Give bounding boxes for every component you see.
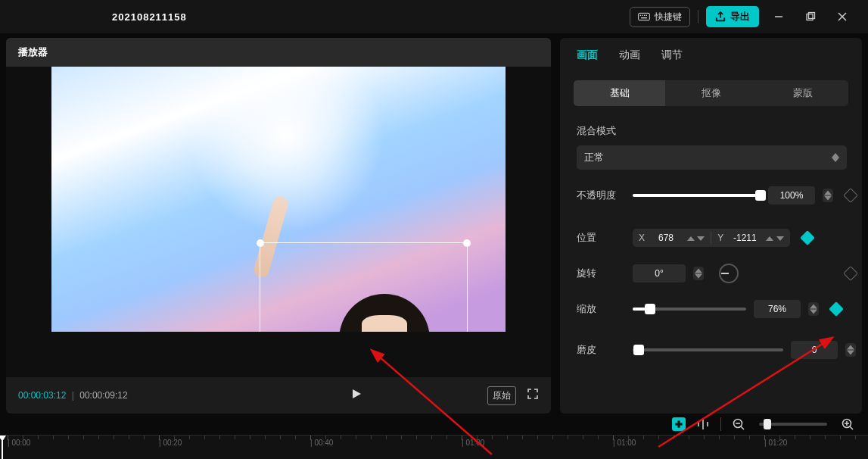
svg-rect-8 bbox=[809, 13, 815, 19]
chevron-updown-icon bbox=[766, 233, 783, 243]
keyboard-icon bbox=[638, 12, 650, 21]
ruler-mark: | 00:20 bbox=[159, 439, 182, 447]
opacity-keyframe[interactable] bbox=[843, 188, 858, 203]
divider bbox=[698, 10, 698, 23]
smooth-slider[interactable] bbox=[633, 348, 783, 351]
opacity-slider[interactable] bbox=[633, 194, 761, 197]
ruler-mark: | 01:00 bbox=[613, 439, 636, 447]
scale-keyframe[interactable] bbox=[829, 301, 844, 317]
rotation-stepper[interactable] bbox=[693, 267, 704, 280]
svg-marker-24 bbox=[847, 345, 854, 350]
divider bbox=[720, 417, 721, 431]
smooth-label: 磨皮 bbox=[577, 343, 625, 357]
position-y-input[interactable]: Y -1211 bbox=[711, 229, 789, 247]
opacity-row: 不透明度 100% bbox=[560, 186, 862, 205]
property-tabs: 画面 动画 调节 bbox=[560, 38, 862, 70]
preview-canvas[interactable] bbox=[51, 67, 506, 332]
zoom-slider[interactable] bbox=[759, 423, 827, 426]
position-x-input[interactable]: X 678 bbox=[633, 229, 711, 247]
aspect-ratio-button[interactable]: 原始 bbox=[487, 386, 516, 405]
chevron-updown-icon bbox=[687, 233, 705, 243]
ruler-mark: | 01:00 bbox=[462, 439, 484, 447]
svg-marker-17 bbox=[697, 236, 705, 241]
blend-value: 正常 bbox=[584, 151, 604, 164]
subtab-keying[interactable]: 抠像 bbox=[665, 80, 757, 106]
export-label: 导出 bbox=[730, 10, 750, 23]
close-button[interactable] bbox=[830, 8, 854, 26]
ruler-mark: | 01:20 bbox=[764, 439, 787, 447]
subtab-basic[interactable]: 基础 bbox=[574, 80, 665, 106]
selection-box[interactable] bbox=[260, 242, 468, 332]
current-time: 00:00:03:12 bbox=[18, 390, 66, 401]
play-button[interactable] bbox=[350, 388, 362, 403]
export-button[interactable]: 导出 bbox=[706, 6, 759, 27]
opacity-value[interactable]: 100% bbox=[768, 186, 815, 205]
svg-line-31 bbox=[741, 426, 744, 429]
project-title: 202108211158 bbox=[112, 11, 187, 23]
svg-marker-19 bbox=[776, 236, 784, 241]
maximize-button[interactable] bbox=[798, 8, 823, 26]
titlebar-right: 快捷键 导出 bbox=[630, 6, 854, 27]
minimize-button[interactable] bbox=[767, 8, 791, 26]
shortcuts-label: 快捷键 bbox=[655, 11, 682, 23]
svg-rect-7 bbox=[807, 14, 813, 20]
split-icon bbox=[696, 417, 710, 431]
opacity-stepper[interactable] bbox=[823, 189, 833, 202]
player-footer: 00:00:03:12 | 00:00:09:12 原始 bbox=[6, 377, 551, 414]
subtab-mask[interactable]: 蒙版 bbox=[757, 80, 848, 106]
tab-animation[interactable]: 动画 bbox=[619, 48, 640, 62]
export-icon bbox=[715, 11, 726, 22]
timeline-ruler[interactable]: | 00:00| 00:20| 00:40| 01:00| 01:00| 01:… bbox=[0, 435, 868, 459]
zoom-in-icon bbox=[841, 417, 854, 431]
tab-adjust[interactable]: 调节 bbox=[661, 48, 683, 62]
split-button[interactable] bbox=[696, 417, 710, 431]
scale-value[interactable]: 76% bbox=[754, 300, 801, 318]
smooth-stepper[interactable] bbox=[845, 343, 856, 357]
rotation-value[interactable]: 0° bbox=[633, 264, 686, 283]
rotation-dial[interactable] bbox=[719, 264, 739, 283]
rotation-row: 旋转 0° bbox=[560, 264, 862, 283]
svg-marker-11 bbox=[353, 389, 361, 398]
svg-marker-13 bbox=[832, 158, 839, 162]
title-bar: 202108211158 快捷键 导出 bbox=[0, 0, 868, 33]
svg-marker-14 bbox=[824, 191, 832, 195]
shortcuts-button[interactable]: 快捷键 bbox=[630, 7, 690, 27]
close-icon bbox=[837, 11, 848, 22]
rotation-label: 旋转 bbox=[577, 267, 625, 280]
preview-viewport[interactable] bbox=[6, 67, 551, 377]
timeline-toolbar bbox=[0, 413, 868, 436]
smooth-value[interactable]: 0 bbox=[791, 341, 838, 359]
zoom-in-button[interactable] bbox=[841, 417, 854, 431]
zoom-out-button[interactable] bbox=[732, 417, 745, 431]
svg-rect-2 bbox=[642, 15, 642, 16]
rotation-keyframe[interactable] bbox=[843, 266, 858, 281]
main-split: 播放器 00:00:03:12 | 00:00:09:12 bbox=[0, 33, 868, 414]
position-keyframe[interactable] bbox=[800, 230, 815, 245]
spinner-icon bbox=[832, 153, 839, 162]
maximize-icon bbox=[805, 11, 816, 22]
playhead[interactable] bbox=[2, 436, 3, 459]
position-inputs: X 678 Y -1211 bbox=[633, 229, 790, 247]
svg-marker-23 bbox=[810, 310, 817, 314]
minimize-icon bbox=[773, 11, 784, 22]
blend-mode-select[interactable]: 正常 bbox=[577, 145, 847, 170]
ruler-mark: | 00:40 bbox=[310, 439, 333, 447]
auto-snap-button[interactable] bbox=[672, 417, 686, 431]
position-row: 位置 X 678 Y -1211 bbox=[560, 229, 862, 247]
svg-rect-27 bbox=[677, 420, 680, 427]
svg-marker-15 bbox=[824, 196, 832, 201]
svg-rect-0 bbox=[639, 13, 650, 20]
tab-picture[interactable]: 画面 bbox=[577, 48, 598, 62]
scale-label: 缩放 bbox=[577, 302, 625, 316]
svg-marker-25 bbox=[847, 351, 854, 355]
svg-marker-18 bbox=[766, 236, 773, 241]
scale-slider[interactable] bbox=[633, 308, 746, 311]
fullscreen-icon bbox=[527, 388, 539, 400]
snap-icon bbox=[672, 417, 686, 431]
fullscreen-button[interactable] bbox=[527, 388, 539, 403]
scale-row: 缩放 76% bbox=[560, 300, 862, 318]
scale-stepper[interactable] bbox=[808, 302, 819, 316]
svg-marker-16 bbox=[687, 236, 695, 241]
play-icon bbox=[350, 388, 362, 400]
svg-line-35 bbox=[850, 426, 853, 429]
